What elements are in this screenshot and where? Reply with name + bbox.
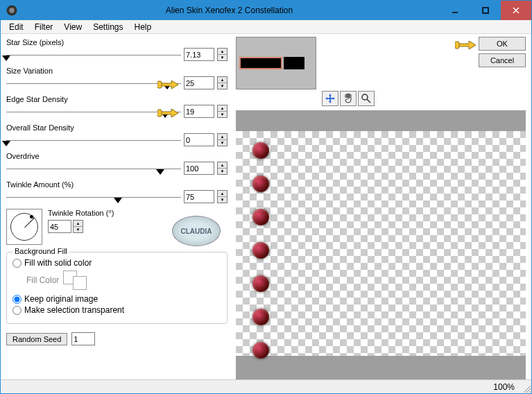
- maximize-button[interactable]: [470, 1, 501, 20]
- keep-original-label: Keep original image: [24, 294, 98, 304]
- menu-view[interactable]: View: [58, 21, 87, 33]
- resize-grip[interactable]: [522, 384, 531, 393]
- move-tool-icon[interactable]: [322, 91, 338, 106]
- size-variation-label: Size Variation: [6, 67, 228, 75]
- twinkle-rotation-label: Twinkle Rotation (°): [48, 209, 114, 217]
- fill-solid-label: Fill with solid color: [24, 258, 92, 268]
- star-size-label: Star Size (pixels): [6, 38, 228, 46]
- svg-rect-8: [455, 42, 459, 49]
- edge-density-input[interactable]: [184, 105, 214, 118]
- fill-color-label: Fill Color: [26, 275, 59, 285]
- overall-density-slider[interactable]: [6, 135, 181, 146]
- thumbnail-selection: [239, 57, 282, 69]
- zoom-level: 100%: [493, 382, 515, 392]
- svg-rect-6: [157, 81, 162, 88]
- overall-density-input[interactable]: [184, 133, 214, 146]
- svg-rect-7: [157, 110, 162, 117]
- pointer-hand-icon: [157, 105, 180, 119]
- fill-solid-radio[interactable]: [12, 259, 22, 268]
- overdrive-spinner[interactable]: ▲▼: [217, 162, 228, 175]
- background-fill-group: Background Fill Fill with solid color Fi…: [6, 252, 228, 324]
- svg-point-1: [9, 8, 15, 13]
- size-variation-spinner[interactable]: ▲▼: [217, 76, 228, 89]
- menu-filter[interactable]: Filter: [29, 21, 59, 33]
- twinkle-amount-slider[interactable]: [6, 191, 181, 203]
- preview-gem: [252, 275, 269, 292]
- app-icon: [5, 3, 19, 17]
- pointer-hand-icon: [157, 76, 180, 90]
- star-size-input[interactable]: [184, 48, 214, 61]
- menu-edit[interactable]: Edit: [3, 21, 29, 33]
- ok-button[interactable]: OK: [479, 37, 526, 51]
- preview-panel: OK Cancel: [233, 34, 531, 379]
- edge-density-slider[interactable]: [6, 106, 181, 117]
- random-seed-button[interactable]: Random Seed: [6, 333, 67, 345]
- edge-density-spinner[interactable]: ▲▼: [217, 105, 228, 118]
- star-size-spinner[interactable]: ▲▼: [217, 48, 228, 61]
- close-button[interactable]: [501, 1, 531, 20]
- size-variation-slider[interactable]: [6, 78, 181, 89]
- menu-settings[interactable]: Settings: [87, 21, 128, 33]
- size-variation-input[interactable]: [184, 76, 214, 89]
- claudia-badge: CLAUDIA: [172, 216, 221, 246]
- svg-rect-3: [483, 8, 488, 13]
- fill-color-bg-swatch[interactable]: [73, 276, 87, 290]
- star-size-slider[interactable]: [6, 49, 181, 60]
- thumbnail-extra: [284, 57, 304, 69]
- svg-line-10: [367, 99, 370, 103]
- overdrive-slider[interactable]: [6, 163, 181, 174]
- twinkle-rotation-spinner[interactable]: ▲▼: [73, 220, 83, 233]
- preview-gem: [252, 175, 269, 192]
- svg-point-9: [362, 94, 368, 100]
- minimize-button[interactable]: [440, 1, 470, 20]
- window-title: Alien Skin Xenofex 2 Constellation: [19, 6, 440, 15]
- make-transparent-label: Make selection transparent: [24, 305, 124, 315]
- titlebar: Alien Skin Xenofex 2 Constellation: [1, 1, 531, 20]
- pointer-hand-icon: [455, 37, 477, 51]
- keep-original-radio[interactable]: [12, 295, 22, 304]
- twinkle-amount-input[interactable]: [184, 190, 214, 203]
- make-transparent-radio[interactable]: [12, 306, 22, 315]
- overall-density-label: Overall Star Density: [6, 123, 228, 132]
- overdrive-label: Overdrive: [6, 152, 228, 160]
- background-fill-legend: Background Fill: [12, 247, 69, 255]
- hand-tool-icon[interactable]: [340, 91, 357, 106]
- svg-line-13: [529, 391, 531, 393]
- statusbar: 100%: [1, 379, 531, 393]
- twinkle-rotation-input[interactable]: [48, 220, 71, 233]
- preview-gem: [252, 209, 269, 225]
- thumbnail-navigator[interactable]: [236, 37, 316, 89]
- edge-density-label: Edge Star Density: [6, 95, 228, 103]
- twinkle-amount-spinner[interactable]: ▲▼: [217, 190, 228, 203]
- preview-gem: [252, 342, 269, 359]
- controls-panel: Star Size (pixels) ▲▼ Size Variation ▲▼ …: [1, 34, 233, 379]
- zoom-tool-icon[interactable]: [358, 91, 375, 106]
- preview-canvas[interactable]: [236, 110, 526, 379]
- menu-help[interactable]: Help: [129, 21, 157, 33]
- preview-gem: [252, 309, 269, 325]
- overdrive-input[interactable]: [184, 162, 214, 175]
- menubar: Edit Filter View Settings Help: [1, 20, 531, 34]
- twinkle-amount-label: Twinkle Amount (%): [6, 180, 228, 189]
- twinkle-rotation-dial[interactable]: [6, 209, 42, 245]
- preview-gem: [252, 142, 269, 159]
- cancel-button[interactable]: Cancel: [479, 53, 526, 67]
- random-seed-input[interactable]: [71, 332, 95, 345]
- overall-density-spinner[interactable]: ▲▼: [217, 133, 228, 146]
- preview-gem: [252, 242, 269, 259]
- checker-background: [236, 131, 526, 356]
- window-controls: [440, 1, 531, 20]
